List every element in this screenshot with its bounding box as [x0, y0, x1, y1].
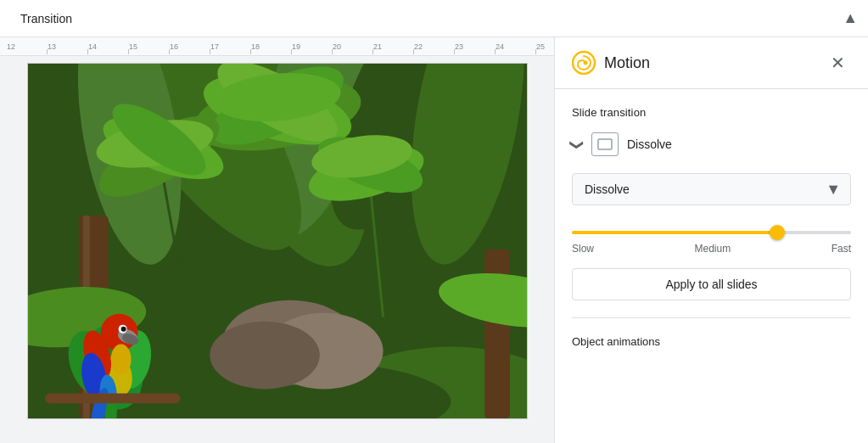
ruler-mark: 23	[455, 42, 496, 51]
ruler-mark: 20	[333, 42, 373, 51]
speed-slider-container: Slow Medium Fast	[572, 222, 851, 255]
motion-panel-title: Motion	[604, 54, 824, 72]
ruler-mark: 17	[210, 42, 251, 51]
section-divider	[572, 317, 851, 318]
transition-type-label: Dissolve	[627, 137, 672, 151]
ruler-mark: 24	[496, 42, 536, 51]
speed-fast-label: Fast	[832, 243, 851, 255]
speed-slow-label: Slow	[572, 243, 594, 255]
chevron-down-icon[interactable]: ❯	[569, 139, 585, 150]
svg-point-45	[120, 327, 126, 332]
svg-rect-52	[598, 139, 612, 149]
close-button[interactable]: ✕	[824, 49, 851, 76]
svg-point-51	[584, 61, 588, 65]
ruler-mark: 21	[373, 42, 414, 51]
ruler-mark: 25	[536, 42, 554, 51]
speed-medium-label: Medium	[694, 243, 731, 255]
speed-slider[interactable]	[572, 231, 851, 234]
ruler-mark: 14	[88, 42, 129, 51]
slide-image	[27, 63, 528, 419]
ruler-mark: 18	[251, 42, 292, 51]
svg-point-46	[110, 345, 131, 375]
transition-type-icon	[591, 132, 619, 156]
top-bar: Transition ▲	[0, 0, 868, 37]
slide-canvas	[0, 56, 554, 443]
close-icon: ✕	[831, 53, 845, 73]
chevron-up-icon[interactable]: ▲	[843, 9, 858, 27]
main-area: 12 13 14 15 16 17 18 19 20 21 22 23 24 2…	[0, 37, 868, 443]
object-animations-title: Object animations	[572, 335, 851, 348]
ruler-marks: 12 13 14 15 16 17 18 19 20 21 22 23 24 2…	[7, 42, 554, 51]
motion-panel-header: Motion ✕	[555, 37, 868, 89]
ruler-mark: 13	[48, 42, 88, 51]
transition-type-row: ❯ Dissolve	[572, 132, 851, 156]
ruler-mark: 19	[292, 42, 333, 51]
slide-transition-title: Slide transition	[572, 106, 851, 119]
transition-dropdown[interactable]: None Dissolve Fade Slide from right Slid…	[572, 173, 851, 205]
ruler-mark: 12	[7, 42, 48, 51]
speed-labels: Slow Medium Fast	[572, 243, 851, 255]
motion-icon	[572, 51, 596, 75]
ruler-mark: 22	[414, 42, 455, 51]
motion-content: Slide transition ❯ Dissolve None Dissolv…	[555, 89, 868, 365]
svg-point-28	[210, 322, 320, 390]
motion-panel: Motion ✕ Slide transition ❯ Dissolve	[554, 37, 868, 443]
ruler-mark: 15	[129, 42, 170, 51]
svg-rect-49	[44, 393, 179, 403]
transition-tab[interactable]: Transition	[10, 7, 82, 31]
ruler: 12 13 14 15 16 17 18 19 20 21 22 23 24 2…	[0, 37, 554, 56]
slide-area: 12 13 14 15 16 17 18 19 20 21 22 23 24 2…	[0, 37, 554, 443]
transition-dropdown-container: None Dissolve Fade Slide from right Slid…	[572, 173, 851, 205]
apply-to-all-slides-button[interactable]: Apply to all slides	[572, 268, 851, 300]
ruler-mark: 16	[170, 42, 210, 51]
